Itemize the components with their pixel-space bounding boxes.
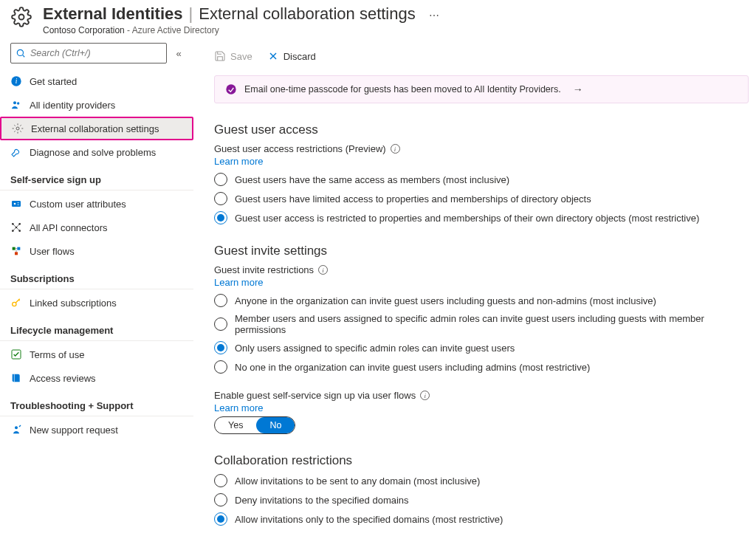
guest-access-field-label: Guest user access restrictions (Preview)…	[214, 143, 749, 154]
guest-invite-option[interactable]: No one in the organization can invite gu…	[214, 360, 749, 374]
svg-rect-18	[17, 247, 20, 250]
sidebar-item-label: Diagnose and solve problems	[30, 147, 156, 158]
radio-label: Only users assigned to specific admin ro…	[235, 343, 515, 354]
sidebar-item-label: Linked subscriptions	[30, 298, 117, 309]
toolbar: Save Discard	[214, 43, 749, 69]
radio-label: Allow invitations only to the specified …	[235, 514, 503, 525]
save-button[interactable]: Save	[214, 50, 252, 62]
sidebar-item-label: Access reviews	[30, 373, 96, 384]
sidebar-item[interactable]: External collaboration settings	[0, 117, 193, 140]
guest-access-option[interactable]: Guest users have the same access as memb…	[214, 173, 749, 186]
sidebar-item-label: External collaboration settings	[31, 123, 159, 134]
sidebar-item[interactable]: Custom user attributes	[0, 192, 193, 216]
guest-invite-option[interactable]: Anyone in the organization can invite gu…	[214, 294, 749, 307]
sidebar-item-label: Get started	[30, 76, 77, 87]
radio-icon	[214, 317, 227, 331]
section-collab: Collaboration restrictions	[214, 453, 749, 468]
breadcrumb-service: Azure Active Directory	[132, 25, 219, 35]
main-content: Save Discard Email one-time passcode for…	[193, 43, 756, 546]
collab-option[interactable]: Allow invitations only to the specified …	[214, 512, 749, 526]
sidebar-section-header: Lifecycle management	[0, 315, 193, 341]
sidebar-item-label: User flows	[30, 246, 75, 257]
save-label: Save	[230, 51, 252, 62]
radio-label: Member users and users assigned to speci…	[235, 313, 749, 335]
toggle-yes[interactable]: Yes	[215, 417, 256, 433]
svg-rect-17	[13, 247, 16, 250]
breadcrumb: Contoso Corporation - Azure Active Direc…	[43, 25, 439, 35]
page-title-sub: External collaboration settings	[199, 4, 416, 24]
sidebar-item-label: New support request	[30, 425, 118, 436]
svg-rect-19	[15, 252, 18, 255]
discard-button[interactable]: Discard	[267, 50, 316, 62]
radio-label: Guest users have limited access to prope…	[235, 193, 591, 205]
gear-icon	[10, 6, 32, 28]
collab-option[interactable]: Deny invitations to the specified domain…	[214, 493, 749, 506]
radio-label: Guest user access is restricted to prope…	[235, 213, 699, 224]
radio-icon	[214, 474, 227, 487]
info-icon: i	[10, 75, 22, 87]
sidebar-item[interactable]: New support request	[0, 418, 193, 442]
section-guest-invite: Guest invite settings	[214, 244, 749, 258]
sidebar-item[interactable]: Linked subscriptions	[0, 291, 193, 315]
sidebar-item[interactable]: Terms of use	[0, 343, 193, 366]
sidebar-section-header: Self-service sign up	[0, 164, 193, 190]
guest-access-option[interactable]: Guest user access is restricted to prope…	[214, 211, 749, 224]
sidebar-item[interactable]: Diagnose and solve problems	[0, 140, 193, 164]
page-header: External Identities | External collabora…	[0, 0, 756, 43]
info-icon[interactable]: i	[420, 391, 430, 400]
book-icon	[10, 372, 22, 384]
svg-point-23	[15, 426, 18, 429]
info-banner[interactable]: Email one-time passcode for guests has b…	[214, 75, 749, 103]
radio-icon	[214, 512, 227, 526]
sidebar-item-label: Custom user attributes	[30, 199, 126, 210]
gear-icon	[12, 123, 24, 134]
svg-point-7	[16, 127, 19, 130]
sidebar-item[interactable]: All identity providers	[0, 93, 193, 117]
toggle-no[interactable]: No	[256, 417, 295, 433]
guest-invite-option[interactable]: Member users and users assigned to speci…	[214, 313, 749, 335]
search-input[interactable]	[29, 47, 162, 59]
self-service-toggle[interactable]: Yes No	[214, 416, 295, 434]
svg-point-9	[14, 203, 16, 205]
section-guest-access: Guest user access	[214, 123, 749, 137]
sidebar-section-header: Subscriptions	[0, 263, 193, 289]
guest-access-option[interactable]: Guest users have limited access to prope…	[214, 192, 749, 205]
collapse-sidebar-icon[interactable]: «	[171, 48, 186, 59]
people-icon	[10, 99, 22, 111]
wrench-icon	[10, 146, 22, 158]
sidebar: « iGet startedAll identity providersExte…	[0, 43, 193, 546]
key-icon	[10, 297, 22, 309]
breadcrumb-org: Contoso Corporation	[43, 25, 125, 35]
sidebar-item[interactable]: User flows	[0, 239, 193, 263]
sidebar-item-label: All API connectors	[30, 222, 108, 233]
learn-more-guest-invite[interactable]: Learn more	[214, 277, 263, 288]
sidebar-item-label: All identity providers	[30, 100, 115, 111]
svg-rect-8	[12, 201, 21, 207]
close-icon	[267, 50, 279, 62]
more-actions-icon[interactable]: ⋯	[429, 10, 439, 21]
sidebar-item[interactable]: Access reviews	[0, 366, 193, 390]
self-service-label: Enable guest self-service sign up via us…	[214, 390, 749, 401]
title-separator: |	[189, 4, 193, 24]
sidebar-item[interactable]: All API connectors	[0, 216, 193, 239]
guest-invite-field-label: Guest invite restrictions i	[214, 264, 749, 275]
svg-point-26	[226, 84, 236, 94]
info-icon[interactable]: i	[391, 144, 400, 154]
support-icon	[10, 424, 22, 436]
collab-option[interactable]: Allow invitations to be sent to any doma…	[214, 474, 749, 487]
learn-more-guest-access[interactable]: Learn more	[214, 156, 263, 167]
svg-point-1	[17, 49, 23, 55]
learn-more-self-service[interactable]: Learn more	[214, 402, 263, 413]
sidebar-item[interactable]: iGet started	[0, 69, 193, 93]
radio-icon	[214, 493, 227, 506]
flow-icon	[10, 245, 22, 257]
radio-label: Anyone in the organization can invite gu…	[235, 295, 656, 306]
info-icon[interactable]: i	[318, 265, 328, 275]
radio-icon	[214, 360, 227, 374]
search-box[interactable]	[10, 43, 167, 63]
svg-line-2	[23, 55, 25, 58]
search-icon	[16, 48, 26, 58]
page-title-main: External Identities	[43, 4, 183, 24]
guest-invite-option[interactable]: Only users assigned to specific admin ro…	[214, 341, 749, 354]
radio-icon	[214, 294, 227, 307]
